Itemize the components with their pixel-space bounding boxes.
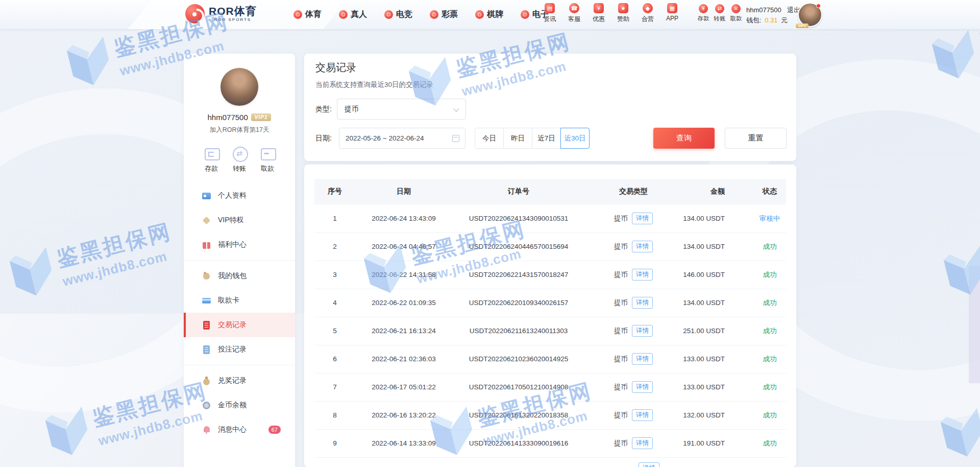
quick-link-赞助[interactable]: ★ 赞助	[615, 3, 632, 24]
range-button-今日[interactable]: 今日	[475, 128, 504, 149]
cell-amount: 133.00 USDT	[682, 345, 753, 373]
sidebar-item-金币余额[interactable]: 金币余额	[184, 393, 295, 417]
reset-button[interactable]: 重置	[725, 128, 787, 149]
quick-link-优惠[interactable]: ¥ 优惠	[590, 3, 607, 24]
quick-action-转账[interactable]: 转账	[232, 146, 247, 173]
cell-amount: 191.00 USDT	[682, 429, 753, 457]
table-row: 2 2022-06-24 04:46:57 USDT20220624044657…	[314, 232, 786, 261]
header-quick-links: ▤ 资讯 ☎ 客服 ¥ 优惠 ★ 赞助 ◆ 合营 ▦ APP	[541, 3, 681, 24]
coin-icon	[202, 401, 211, 410]
sidebar-item-我的钱包[interactable]: 我的钱包	[184, 264, 295, 288]
cell-order: USDT202206161320220018358	[452, 401, 585, 429]
cell-amount: 146.00 USDT	[682, 261, 753, 289]
cell-amount: 251.00 USDT	[682, 317, 753, 345]
logo-subtitle: ROR SPORTS	[214, 18, 251, 22]
ror-logo-icon	[185, 4, 205, 24]
calendar-icon	[452, 135, 459, 142]
cell-order: USDT202206221431570018247	[452, 261, 585, 289]
detail-button[interactable]: 详情	[632, 213, 653, 224]
quick-range-group: 今日昨日近7日近30日	[475, 128, 590, 149]
sidebar-item-VIP特权[interactable]: VIP特权	[184, 208, 295, 232]
wallet-link-存款[interactable]: ¥ 存款	[697, 4, 709, 22]
deposit-icon: ¥	[699, 4, 708, 13]
cell-date: 2022-06-17 05:01:22	[355, 373, 452, 401]
nav-item-体育[interactable]: 体育	[293, 9, 322, 20]
user-info: hhm077500 退出 钱包: 0.31 元	[746, 5, 800, 25]
deposit-icon	[204, 146, 219, 161]
cell-no: 8	[314, 401, 355, 429]
detail-button[interactable]: 详情	[632, 409, 653, 421]
detail-button[interactable]: 详情	[632, 437, 653, 449]
username: hhm077500	[208, 113, 248, 122]
range-button-近30日[interactable]: 近30日	[560, 128, 590, 149]
detail-button[interactable]: 详情	[632, 297, 653, 308]
welfare-icon	[202, 241, 211, 249]
detail-button[interactable]: 详情	[632, 325, 653, 336]
site-logo[interactable]: ROR体育 ROR SPORTS	[185, 4, 257, 24]
detail-button[interactable]: 详情	[639, 462, 659, 467]
menu-group: 个人资料 VIP特权 福利中心	[184, 180, 295, 260]
status-text: 审核中	[753, 204, 786, 232]
wallet-link-取款[interactable]: ≡ 取款	[730, 4, 742, 22]
app-icon: ▦	[667, 3, 677, 13]
status-text: 成功	[753, 317, 786, 345]
cell-no: 6	[314, 345, 355, 373]
quick-link-客服[interactable]: ☎ 客服	[566, 3, 583, 24]
detail-button[interactable]: 详情	[632, 241, 653, 252]
sidebar-item-取款卡[interactable]: 取款卡	[184, 288, 295, 313]
range-button-昨日[interactable]: 昨日	[503, 128, 532, 149]
nav-item-彩票[interactable]: 彩票	[430, 9, 458, 20]
detail-button[interactable]: 详情	[632, 353, 653, 364]
header-wallet-links: ¥ 存款 ⇄ 转账 ≡ 取款	[697, 4, 742, 22]
lottery-icon	[430, 10, 438, 19]
sidebar-item-投注记录[interactable]: 投注记录	[184, 337, 295, 362]
sidebar-item-交易记录[interactable]: 交易记录	[184, 313, 295, 337]
vip-tag: VIP1	[796, 24, 808, 28]
quick-link-APP[interactable]: ▦ APP	[664, 3, 681, 24]
quick-link-资讯[interactable]: ▤ 资讯	[541, 3, 558, 24]
table-row: 8 2022-06-16 13:20:22 USDT20220616132022…	[314, 401, 786, 429]
sidebar-item-福利中心[interactable]: 福利中心	[184, 232, 295, 257]
transfer-icon	[232, 146, 247, 161]
sidebar-item-消息中心[interactable]: 消息中心 67	[184, 417, 295, 442]
cell-order: USDT202206170501210014908	[452, 373, 585, 401]
cell-type: 提币 详情	[585, 317, 682, 345]
records-panel: 序号 日期 订单号 交易类型 金额 状态 1 2022-06-24 13:43:…	[304, 165, 796, 467]
detail-button[interactable]: 详情	[632, 269, 653, 280]
cell-order: USDT202206141333090019616	[452, 429, 585, 457]
date-range-value: 2022-05-26 ~ 2022-06-24	[346, 134, 424, 142]
type-select[interactable]: 提币	[337, 99, 466, 120]
avatar[interactable]	[220, 68, 258, 106]
avatar[interactable]: VIP1	[798, 3, 822, 27]
username[interactable]: hhm077500	[746, 6, 781, 14]
cell-no: 2	[314, 232, 355, 261]
bell-icon	[202, 426, 211, 434]
search-button[interactable]: 查询	[653, 128, 715, 149]
nav-item-棋牌[interactable]: 棋牌	[475, 9, 503, 20]
cell-order: USDT202206241343090010531	[452, 204, 585, 232]
nav-item-真人[interactable]: 真人	[339, 9, 367, 20]
live-icon	[339, 10, 348, 19]
cell-amount: 133.00 USDT	[682, 373, 753, 401]
cell-amount: 134.00 USDT	[682, 289, 753, 317]
date-range-input[interactable]: 2022-05-26 ~ 2022-06-24	[339, 128, 465, 149]
prize-icon	[202, 377, 211, 385]
quick-action-存款[interactable]: 存款	[204, 146, 219, 173]
table-header-row: 序号 日期 订单号 交易类型 金额 状态	[314, 179, 786, 204]
quick-action-取款[interactable]: 取款	[260, 146, 275, 173]
status-text: 成功	[753, 429, 786, 457]
sidebar-item-兑奖记录[interactable]: 兑奖记录	[184, 368, 295, 393]
cell-amount: 134.00 USDT	[682, 232, 753, 261]
cell-no: 9	[314, 429, 355, 457]
wallet-link-转账[interactable]: ⇄ 转账	[714, 4, 726, 22]
partner-icon: ◆	[643, 3, 653, 13]
clipped-next-row: 详情	[639, 462, 659, 467]
range-button-近7日[interactable]: 近7日	[532, 128, 561, 149]
quick-link-合营[interactable]: ◆ 合营	[639, 3, 656, 24]
filter-panel: 交易记录 当前系统支持查询最近30日的交易记录 类型: 提币 日期: 2022-…	[304, 54, 796, 161]
sidebar-item-个人资料[interactable]: 个人资料	[184, 183, 295, 208]
nav-item-电竞[interactable]: 电竞	[384, 9, 412, 20]
status-text: 成功	[753, 232, 786, 261]
wallet-icon	[202, 272, 211, 281]
detail-button[interactable]: 详情	[632, 381, 653, 392]
